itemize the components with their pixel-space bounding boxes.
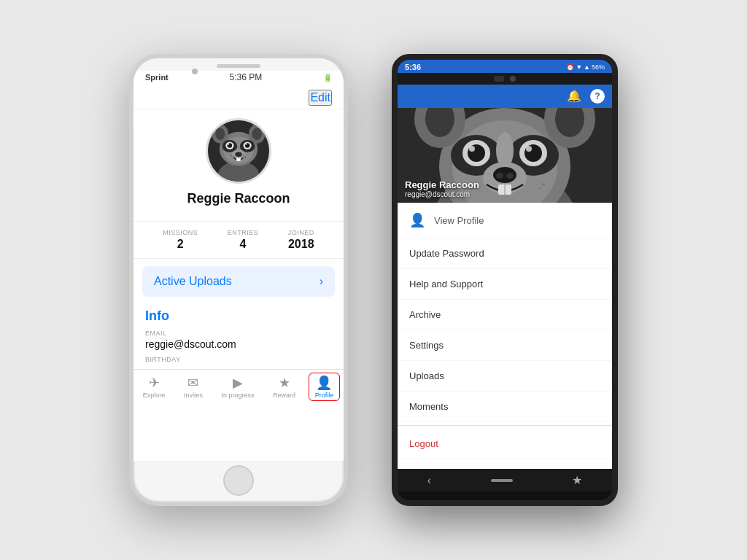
ios-header: Edit	[133, 85, 344, 109]
alarm-icon: ⏰	[566, 63, 574, 71]
svg-point-41	[526, 146, 532, 152]
settings-label: Settings	[409, 340, 444, 351]
menu-item-view-profile[interactable]: 👤 View Profile	[398, 203, 612, 238]
tab-explore[interactable]: ✈ Explore	[137, 373, 171, 400]
joined-label: JOINED	[288, 229, 314, 236]
menu-item-update-password[interactable]: Update Password	[398, 238, 612, 269]
menu-item-archive[interactable]: Archive	[398, 300, 612, 330]
notification-bell-icon[interactable]: 🔔	[567, 89, 581, 104]
menu-item-logout[interactable]: Logout	[398, 429, 612, 459]
android-status-bar: 5:36 ⏰ ▼ ▲ 56%	[398, 60, 612, 73]
view-profile-label: View Profile	[434, 215, 484, 226]
iphone-camera	[192, 69, 198, 74]
tab-explore-label: Explore	[143, 392, 166, 399]
menu-item-help-support[interactable]: Help and Support	[398, 269, 612, 300]
svg-point-45	[506, 173, 514, 179]
scene: Sprint 5:36 PM 🔋 Edit	[129, 54, 618, 506]
svg-point-51	[539, 187, 541, 190]
moments-label: Moments	[409, 401, 448, 412]
iphone-notch	[133, 58, 344, 71]
avatar	[206, 118, 271, 184]
android-profile-name: Reggie Raccoon	[405, 179, 479, 190]
svg-point-14	[228, 144, 229, 145]
android-home-button[interactable]	[491, 479, 513, 482]
iphone-status-bar: Sprint 5:36 PM 🔋	[133, 71, 344, 85]
chevron-right-icon: ›	[320, 275, 323, 288]
tab-inprogress[interactable]: ▶ In progress	[215, 373, 260, 400]
android-profile-info-overlay: Reggie Raccoon reggie@dscout.com	[405, 179, 479, 198]
battery-level: 56%	[592, 63, 605, 71]
explore-icon: ✈	[149, 375, 160, 391]
missions-label: MISSIONS	[163, 229, 198, 236]
svg-point-50	[542, 183, 545, 186]
android-header-icons: 🔔 ?	[567, 89, 605, 104]
ios-tab-bar: ✈ Explore ✉ Invites ▶ In progress ★ Rewa…	[133, 369, 344, 405]
svg-point-22	[243, 155, 244, 157]
help-icon[interactable]: ?	[590, 89, 605, 104]
android-profile-email: reggie@dscout.com	[405, 190, 479, 198]
svg-point-23	[244, 156, 246, 158]
archive-label: Archive	[409, 309, 441, 320]
uploads-label: Uploads	[409, 370, 444, 381]
iphone-speaker	[217, 64, 260, 68]
help-support-label: Help and Support	[409, 279, 483, 289]
android-bottom-strip	[398, 491, 612, 500]
svg-point-40	[469, 146, 475, 152]
android-recent-button[interactable]: ★	[572, 473, 582, 487]
tab-reward[interactable]: ★ Reward	[267, 373, 301, 400]
menu-divider	[398, 425, 612, 426]
tab-profile[interactable]: 👤 Profile	[309, 373, 341, 401]
inprogress-icon: ▶	[233, 375, 243, 391]
wifi-icon: ▼	[576, 63, 582, 71]
info-title: Info	[145, 308, 332, 324]
tab-reward-label: Reward	[273, 392, 295, 399]
android-menu: 👤 View Profile Update Password Help and …	[398, 203, 612, 469]
svg-point-44	[496, 173, 503, 179]
ios-username: Reggie Raccoon	[187, 191, 290, 206]
menu-item-moments[interactable]: Moments	[398, 392, 612, 422]
iphone-device: Sprint 5:36 PM 🔋 Edit	[129, 54, 348, 506]
svg-point-6	[252, 128, 262, 140]
stat-entries: ENTRIES 4	[228, 229, 259, 251]
profile-icon: 👤	[316, 375, 332, 391]
invites-icon: ✉	[187, 375, 198, 391]
reward-icon: ★	[279, 375, 290, 391]
android-screen: 🔔 ?	[398, 85, 612, 469]
android-nav-bar: ‹ ★	[398, 469, 612, 491]
tab-invites-label: Invites	[184, 392, 203, 399]
entries-label: ENTRIES	[228, 229, 259, 236]
tab-invites[interactable]: ✉ Invites	[178, 373, 209, 400]
tab-profile-label: Profile	[315, 392, 334, 399]
entries-value: 4	[228, 238, 259, 251]
joined-value: 2018	[288, 238, 314, 251]
android-camera-dot	[510, 76, 516, 82]
android-camera-strip	[398, 73, 612, 85]
android-profile-cover: Reggie Raccoon reggie@dscout.com	[398, 108, 612, 203]
time-label: 5:36 PM	[230, 72, 263, 82]
iphone-home-button[interactable]	[223, 465, 254, 496]
menu-item-settings[interactable]: Settings	[398, 330, 612, 361]
android-app-header: 🔔 ?	[398, 85, 612, 108]
android-flash	[494, 76, 504, 82]
edit-button[interactable]: Edit	[309, 90, 332, 106]
email-value: reggie@dscout.com	[145, 338, 332, 350]
carrier-label: Sprint	[145, 73, 169, 82]
svg-point-5	[215, 128, 225, 140]
android-back-button[interactable]: ‹	[427, 474, 431, 487]
svg-point-17	[235, 152, 241, 157]
raccoon-avatar-image	[208, 118, 269, 184]
stat-missions: MISSIONS 2	[163, 229, 198, 251]
android-device: 5:36 ⏰ ▼ ▲ 56% 🔔 ?	[392, 54, 618, 506]
battery-icon: 🔋	[323, 74, 332, 82]
battery-indicator: 🔋	[323, 74, 332, 82]
android-status-icons: ⏰ ▼ ▲ 56%	[566, 63, 605, 71]
menu-item-uploads[interactable]: Uploads	[398, 361, 612, 392]
ios-info-section: Info EMAIL reggie@dscout.com BIRTHDAY	[133, 304, 344, 369]
svg-point-20	[231, 155, 233, 157]
active-uploads-button[interactable]: Active Uploads ›	[142, 266, 335, 297]
email-label: EMAIL	[145, 330, 332, 337]
person-icon: 👤	[409, 212, 425, 228]
update-password-label: Update Password	[409, 248, 484, 259]
missions-value: 2	[163, 238, 198, 251]
logout-label: Logout	[409, 438, 438, 449]
